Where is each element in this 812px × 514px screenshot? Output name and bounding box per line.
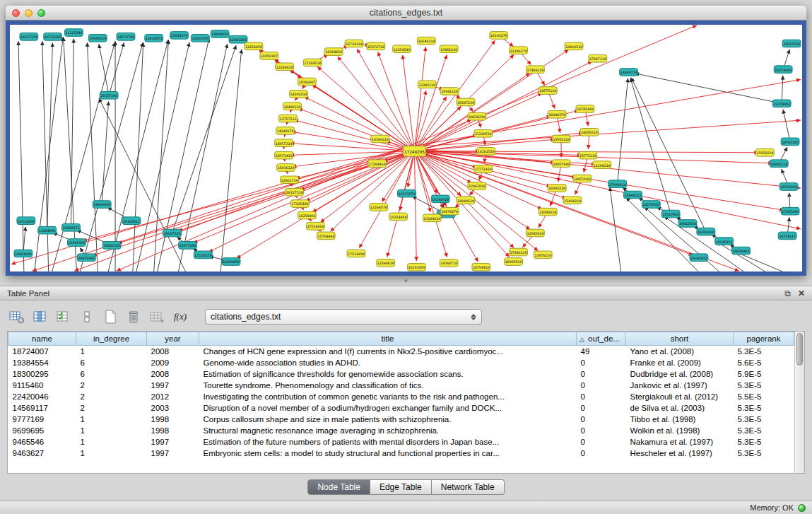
graph-node[interactable]: 15952110 <box>552 135 570 143</box>
graph-node[interactable]: 10754410 <box>472 263 490 271</box>
graph-node[interactable]: 12108210 <box>593 161 611 169</box>
close-window-button[interactable] <box>12 9 20 17</box>
graph-node[interactable]: 15494210 <box>563 197 582 204</box>
graph-node[interactable]: 17925408 <box>291 200 310 208</box>
graph-node[interactable]: 15042678 <box>170 32 189 40</box>
graph-node[interactable]: 12861730 <box>281 176 299 184</box>
graph-node[interactable]: 19245032 <box>690 254 708 262</box>
graph-node[interactable]: 15724194 <box>345 40 363 47</box>
graph-node[interactable]: 18300210 <box>371 135 389 143</box>
network-view[interactable]: 1615727810719365111252461595031914570708… <box>6 21 806 276</box>
float-panel-icon[interactable]: ⧉ <box>784 289 791 298</box>
graph-node[interactable]: 16941210 <box>440 88 459 95</box>
graph-node[interactable]: 17284538 <box>303 59 322 66</box>
graph-node[interactable]: 16950107 <box>260 52 278 60</box>
table-row[interactable]: 946362711997Embryonic stem cells: a mode… <box>8 448 794 459</box>
graph-node[interactable]: 14660659 <box>93 201 111 209</box>
close-panel-icon[interactable]: ✕ <box>798 289 805 298</box>
graph-node[interactable]: 18274099 <box>774 66 792 74</box>
table-row[interactable]: 2242004622012Investigating the contribut… <box>8 391 794 402</box>
graph-node[interactable]: 16774117 <box>778 232 796 240</box>
graph-node[interactable]: 19785410 <box>576 105 594 113</box>
graph-node[interactable]: 14570708 <box>117 33 135 41</box>
graph-node[interactable]: 19245412 <box>715 238 734 245</box>
graph-node[interactable]: 12202268 <box>229 35 247 43</box>
scrollbar-thumb[interactable] <box>796 333 803 366</box>
graph-node[interactable]: 18575110 <box>539 87 557 95</box>
graph-node[interactable]: 15917554 <box>782 40 801 47</box>
graph-node[interactable]: 15905105 <box>67 239 86 247</box>
column-header-in_degree[interactable]: in_degree <box>76 332 147 346</box>
graph-node[interactable]: 18969510 <box>505 258 523 266</box>
graph-node[interactable]: 12106270 <box>510 47 528 54</box>
graph-node[interactable]: 18668039 <box>211 30 229 38</box>
graph-node[interactable]: 16157278 <box>20 33 38 41</box>
column-header-year[interactable]: year <box>147 332 199 346</box>
show-column-button[interactable] <box>32 308 49 325</box>
graph-node[interactable]: 17204410 <box>368 160 387 168</box>
graph-node[interactable]: 20055905 <box>77 254 95 262</box>
minimize-window-button[interactable] <box>25 9 33 17</box>
create-column-button[interactable] <box>55 308 72 325</box>
network-table-select[interactable]: citations_edges.txt <box>205 309 482 325</box>
graph-node[interactable]: 18410510 <box>565 42 583 50</box>
graph-node[interactable]: 17534490 <box>347 250 365 257</box>
graph-node[interactable]: 19148618 <box>431 195 449 203</box>
graph-node[interactable]: 14202818 <box>290 90 308 98</box>
column-header-out_de[interactable]: △ out_de... <box>577 332 626 346</box>
table-row[interactable]: 911546021997Tourette syndrome. Phenomeno… <box>8 380 794 391</box>
graph-node[interactable]: 16640210 <box>417 37 435 45</box>
graph-node[interactable]: 19861210 <box>440 45 458 53</box>
column-header-short[interactable]: short <box>626 332 734 346</box>
tab-node-table[interactable]: Node Table <box>307 479 370 495</box>
graph-node[interactable]: 17487310 <box>589 54 607 62</box>
graph-node[interactable]: 19588571 <box>62 224 81 232</box>
column-header-pagerank[interactable]: pagerank <box>734 332 794 346</box>
graph-node[interactable]: 19274052 <box>772 100 791 107</box>
graph-node[interactable]: 16995210 <box>548 185 566 192</box>
graph-node[interactable]: 14368710 <box>440 259 458 267</box>
graph-node[interactable]: 13264990 <box>38 226 57 234</box>
graph-node[interactable]: 12544610 <box>377 259 395 267</box>
graph-node[interactable]: 14249678 <box>276 127 295 135</box>
graph-node[interactable]: 18957940 <box>552 160 570 168</box>
graph-node[interactable]: 15972718 <box>367 42 385 50</box>
table-row[interactable]: 977716911998Corpus callosum shape and si… <box>8 414 794 425</box>
graph-node[interactable]: 16256418 <box>697 228 715 235</box>
graph-node[interactable]: 16648734 <box>620 69 638 76</box>
graph-node[interactable]: 19012454 <box>678 220 697 228</box>
graph-node[interactable]: 15958210 <box>755 148 774 156</box>
delete-table-button[interactable] <box>125 308 142 325</box>
graph-node[interactable]: 18057310 <box>275 139 293 147</box>
graph-node[interactable]: 18176563 <box>642 201 660 209</box>
column-header-name[interactable]: name <box>8 332 76 346</box>
graph-node[interactable]: 19901020 <box>14 250 33 257</box>
graph-node[interactable]: 18184054 <box>324 48 343 56</box>
table-row[interactable]: 1872400712008Changes of HCN gene express… <box>8 346 794 357</box>
graph-node[interactable]: 14742105 <box>781 138 799 146</box>
graph-node[interactable]: 11125246 <box>65 29 83 37</box>
graph-node[interactable]: 15847230 <box>457 98 475 106</box>
graph-node[interactable]: 12206028 <box>276 63 294 71</box>
graph-node[interactable]: 12757512 <box>279 115 298 122</box>
table-row[interactable]: 1456911722003Disruption of a novel membe… <box>8 402 794 414</box>
zoom-window-button[interactable] <box>37 9 45 17</box>
graph-node[interactable]: 15775110 <box>579 151 597 159</box>
graph-node[interactable]: 18301007 <box>298 78 316 86</box>
graph-node[interactable]: 18289058 <box>222 258 240 266</box>
graph-node[interactable]: 17105440 <box>781 207 799 215</box>
panel-divider[interactable]: ▾ <box>0 276 812 286</box>
new-table-button[interactable] <box>102 308 119 325</box>
graph-node[interactable]: 11254549 <box>393 45 411 53</box>
graph-node[interactable]: 11439359 <box>191 34 209 42</box>
graph-node[interactable]: 14638210 <box>468 112 486 120</box>
graph-node[interactable]: 12610651 <box>145 34 163 42</box>
graph-node[interactable]: 15312898 <box>17 217 35 225</box>
table-row[interactable]: 1938455462009Genome-wide association stu… <box>8 357 794 368</box>
graph-node[interactable]: 13184610 <box>423 214 441 222</box>
table-scrollbar[interactable] <box>794 332 804 473</box>
tab-edge-table[interactable]: Edge Table <box>370 479 432 495</box>
graph-node[interactable]: 15877280 <box>179 242 197 250</box>
graph-node[interactable]: 16055114 <box>770 160 788 168</box>
graph-node[interactable]: 14850310 <box>580 129 599 136</box>
